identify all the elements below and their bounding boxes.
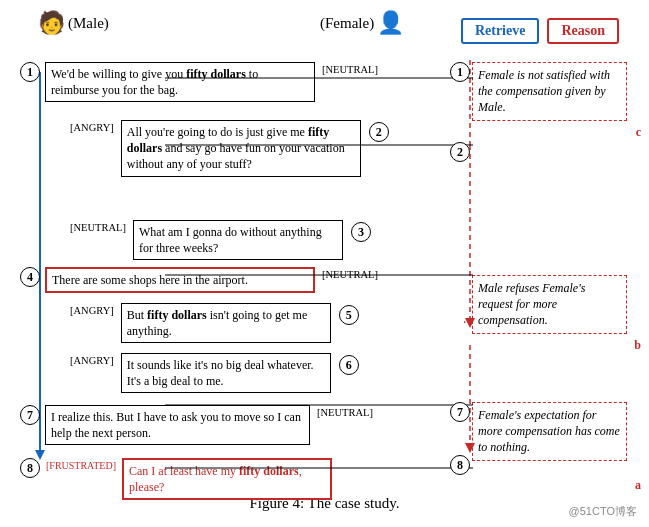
bubble-2: All you're going to do is just give me f… bbox=[121, 120, 361, 177]
utterance-5: [ANGRY] But fifty dollars isn't going to… bbox=[70, 303, 331, 343]
utterance-7: 7 I realize this. But I have to ask you … bbox=[20, 405, 373, 445]
male-label: (Male) bbox=[68, 15, 109, 32]
annotation-a: Female's expectation for more compensati… bbox=[472, 402, 627, 461]
turn-num-6: 6 bbox=[339, 355, 359, 375]
label-a: a bbox=[635, 478, 641, 493]
utterance-3: [NEUTRAL] What am I gonna do without any… bbox=[70, 220, 343, 260]
female-label: (Female) bbox=[320, 15, 374, 32]
bubble-7: I realize this. But I have to ask you to… bbox=[45, 405, 310, 445]
bubble-1: We'd be willing to give you fifty dollar… bbox=[45, 62, 315, 102]
turn-num-3: 3 bbox=[351, 222, 371, 242]
turn-num-1: 1 bbox=[20, 62, 40, 82]
female-icon: 👤 bbox=[377, 10, 404, 36]
turn-num-4: 4 bbox=[20, 267, 40, 287]
turn-num-7: 7 bbox=[20, 405, 40, 425]
utterance-2: [ANGRY] All you're going to do is just g… bbox=[70, 120, 361, 177]
turn-num-8-left: 8 bbox=[20, 458, 40, 478]
male-icon: 🧑 bbox=[38, 10, 65, 36]
right-turn-1: 1 bbox=[450, 62, 470, 82]
annotation-c: Female is not satisfied with the compens… bbox=[472, 62, 627, 121]
main-container: 🧑 (Male) (Female) 👤 Retrieve Reason bbox=[0, 0, 649, 527]
retrieve-button[interactable]: Retrieve bbox=[461, 18, 540, 44]
buttons-area: Retrieve Reason bbox=[461, 18, 619, 44]
utterance-4: 4 There are some shops here in the airpo… bbox=[20, 267, 378, 293]
bubble-6: It sounds like it's no big deal whatever… bbox=[121, 353, 331, 393]
reason-button[interactable]: Reason bbox=[547, 18, 619, 44]
bubble-8: Can I at least have my fifty dollars, pl… bbox=[122, 458, 332, 500]
right-turn-2: 2 bbox=[450, 142, 470, 162]
right-turn-7: 7 bbox=[450, 402, 470, 422]
annotation-b: Male refuses Female's request for more c… bbox=[472, 275, 627, 334]
emotion-6: [ANGRY] bbox=[70, 355, 114, 366]
utterance-8: 8 [FRUSTRATED] Can I at least have my fi… bbox=[20, 458, 332, 500]
emotion-7: [NEUTRAL] bbox=[317, 407, 373, 418]
utterance-6: [ANGRY] It sounds like it's no big deal … bbox=[70, 353, 331, 393]
dialog-area: 1 We'd be willing to give you fifty doll… bbox=[10, 60, 649, 490]
female-header: (Female) 👤 bbox=[320, 10, 404, 36]
emotion-4: [NEUTRAL] bbox=[322, 269, 378, 280]
right-turn-8: 8 bbox=[450, 455, 470, 475]
utterance-1: 1 We'd be willing to give you fifty doll… bbox=[20, 62, 378, 102]
label-c: c bbox=[636, 125, 641, 140]
bubble-5: But fifty dollars isn't going to get me … bbox=[121, 303, 331, 343]
bubble-3: What am I gonna do without anything for … bbox=[133, 220, 343, 260]
bubble-4: There are some shops here in the airport… bbox=[45, 267, 315, 293]
watermark: @51CTO博客 bbox=[569, 504, 637, 519]
emotion-5: [ANGRY] bbox=[70, 305, 114, 316]
label-b: b bbox=[634, 338, 641, 353]
male-header: 🧑 (Male) bbox=[38, 10, 109, 36]
turn-num-2: 2 bbox=[369, 122, 389, 142]
emotion-8: [FRUSTRATED] bbox=[46, 460, 116, 471]
turn-num-5: 5 bbox=[339, 305, 359, 325]
emotion-1: [NEUTRAL] bbox=[322, 64, 378, 75]
emotion-3: [NEUTRAL] bbox=[70, 222, 126, 233]
emotion-2: [ANGRY] bbox=[70, 122, 114, 133]
